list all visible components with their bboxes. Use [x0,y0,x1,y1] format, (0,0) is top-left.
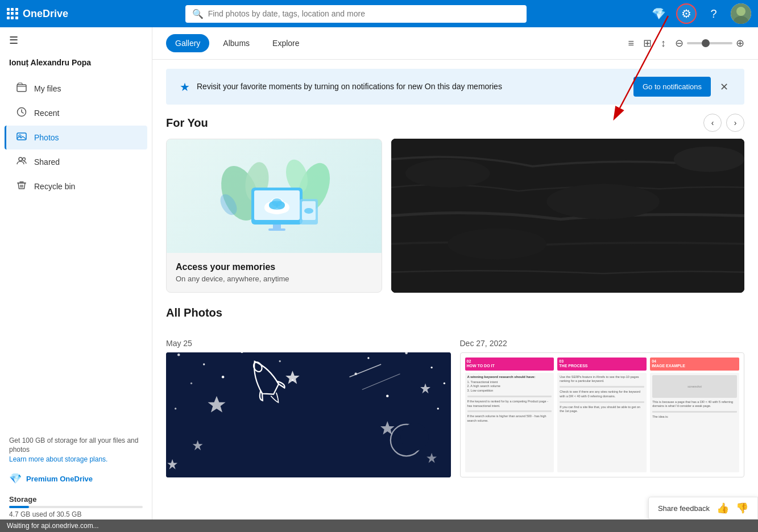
svg-rect-25 [268,228,285,231]
next-button[interactable]: › [726,114,744,132]
content-header: Gallery Albums Explore ≡ ⊞ ↕ ⊖ ⊕ [152,27,758,60]
grid-view-icon[interactable]: ⊞ [643,37,652,49]
svg-point-52 [437,408,439,409]
photo-group-2: Dec 27, 2022 02HOW TO DO IT A winning ke… [460,339,745,477]
svg-point-55 [401,423,429,451]
photo-date-2: Dec 27, 2022 [460,339,745,348]
svg-point-37 [177,354,180,356]
svg-point-49 [444,383,445,384]
sidebar-item-recent[interactable]: Recent [5,101,147,125]
photo-card-space[interactable] [166,352,451,477]
sidebar-item-label: Shared [34,157,60,167]
tab-albums[interactable]: Albums [214,34,259,52]
thumbs-up-button[interactable]: 👍 [716,502,729,514]
svg-point-33 [546,184,660,219]
share-feedback: Share feedback 👍 👎 [648,497,758,519]
svg-point-44 [430,367,432,368]
avatar[interactable] [731,3,751,24]
memories-card-body: Access your memories On any device, anyw… [167,253,382,292]
svg-point-45 [190,383,192,384]
section-nav: ‹ › [703,114,744,132]
storage-bar [9,506,143,508]
svg-point-42 [367,357,369,359]
sidebar-bottom: Get 100 GB of storage for all your files… [0,429,152,525]
app-title: OneDrive [23,8,68,20]
for-you-section-header: For You ‹ › [152,114,758,132]
svg-rect-3 [17,85,26,92]
svg-point-51 [386,394,388,397]
svg-point-35 [448,228,546,260]
sidebar-item-label: Recycle bin [34,182,75,191]
svg-point-38 [203,363,205,365]
sidebar-item-label: My files [34,84,61,93]
svg-point-23 [272,198,282,206]
sidebar-item-label: Photos [34,133,59,142]
storage-bar-fill [9,506,29,508]
diamond-icon[interactable]: 💎 [649,3,669,24]
all-photos-section: All Photos May 25 [152,306,758,477]
my-files-icon [16,82,27,95]
prev-button[interactable]: ‹ [703,114,722,132]
memories-card-image [167,139,382,253]
tab-gallery[interactable]: Gallery [166,34,209,52]
search-bar[interactable]: 🔍 [185,5,527,23]
banner-close-icon[interactable]: ✕ [718,78,731,95]
for-you-cards: Access your memories On any device, anyw… [152,139,758,293]
grid-icon [7,8,18,19]
go-to-notifications-button[interactable]: Go to notifications [633,77,711,97]
storage-label: Storage [9,495,143,504]
storage-plans-link[interactable]: Learn more about storage plans. [9,455,107,463]
premium-diamond-icon: 💎 [9,472,22,485]
banner-text: Revisit your favorite moments by turning… [197,81,627,93]
header-actions: ≡ ⊞ ↕ ⊖ ⊕ [628,37,744,49]
recent-icon [16,107,27,119]
sidebar-item-photos[interactable]: Photos [5,126,147,149]
sidebar-nav: My files Recent [0,76,152,199]
layout: ☰ Ionuț Alexandru Popa My files [0,27,758,532]
photo-card-seo[interactable]: 02HOW TO DO IT A winning keyword researc… [460,352,745,477]
all-photos-title: All Photos [166,306,744,319]
sidebar-item-recycle-bin[interactable]: Recycle bin [5,174,147,198]
sidebar-item-shared[interactable]: Shared [5,150,147,174]
gear-icon[interactable]: ⚙ [676,3,697,24]
svg-point-46 [222,376,224,378]
topbar: OneDrive 🔍 💎 ⚙ ? [0,0,758,27]
thumbs-down-button[interactable]: 👎 [736,502,748,514]
filter-icon[interactable]: ≡ [628,38,634,49]
for-you-title: For You [166,117,208,130]
svg-point-50 [175,408,176,409]
sidebar: ☰ Ionuț Alexandru Popa My files [0,27,152,532]
zoom-slider[interactable] [687,42,732,44]
memories-card-title: Access your memories [176,262,372,272]
search-input[interactable] [208,9,520,18]
recent-photo-card[interactable]: Recent Photo [391,139,744,293]
search-icon: 🔍 [192,9,204,19]
memories-card[interactable]: Access your memories On any device, anyw… [166,139,382,293]
svg-point-28 [304,208,313,214]
user-name: Ionuț Alexandru Popa [0,53,152,76]
premium-label: Premium OneDrive [26,475,93,483]
svg-point-34 [674,147,744,172]
hamburger-icon[interactable]: ☰ [9,34,18,47]
photo-grid: May 25 [166,339,744,477]
premium-button[interactable]: 💎 Premium OneDrive [9,469,143,488]
storage-text: 4.7 GB used of 30.5 GB [9,510,143,518]
svg-point-40 [279,360,281,362]
sort-icon[interactable]: ↕ [661,38,666,49]
tab-explore[interactable]: Explore [263,34,308,52]
onedrive-logo: OneDrive [7,8,121,20]
shared-icon [16,156,27,168]
memories-card-subtitle: On any device, anywhere, anytime [176,275,372,283]
recycle-bin-icon [16,180,27,193]
svg-point-1 [736,7,745,16]
sidebar-top: ☰ [0,27,152,53]
zoom-out-icon[interactable]: ⊖ [675,37,684,49]
svg-rect-24 [273,225,281,229]
storage-promo: Get 100 GB of storage for all your files… [9,436,143,464]
main-content: Gallery Albums Explore ≡ ⊞ ↕ ⊖ ⊕ ★ Revis… [152,27,758,532]
svg-point-7 [19,157,22,161]
svg-rect-36 [166,352,451,477]
zoom-in-icon[interactable]: ⊕ [736,37,744,49]
help-icon[interactable]: ? [703,3,724,24]
sidebar-item-my-files[interactable]: My files [5,77,147,101]
